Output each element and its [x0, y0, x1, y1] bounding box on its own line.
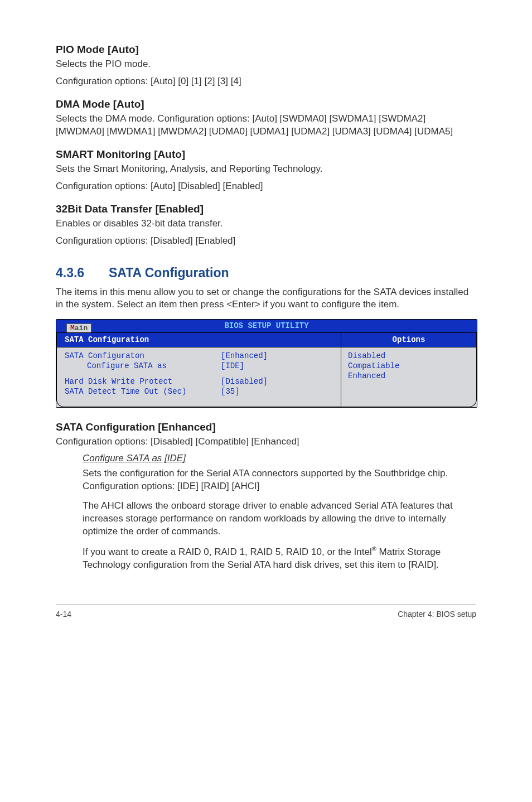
- bios-label: Hard Disk Write Protect: [65, 376, 221, 386]
- bios-value: [35]: [221, 386, 334, 397]
- bios-tab-main: Main: [66, 323, 91, 332]
- bios-right-pane: Options Disabled Compatiable Enhanced: [341, 333, 477, 407]
- heading-smart-monitoring: SMART Monitoring [Auto]: [56, 148, 476, 161]
- text-dma-line1: Selects the DMA mode. Configuration opti…: [56, 113, 476, 138]
- text-pio-line1: Selects the PIO mode.: [56, 58, 476, 71]
- text-sata-conf-options: Configuration options: [Disabled] [Compa…: [56, 436, 476, 448]
- bios-value: [Disabled]: [221, 376, 334, 386]
- bios-label: Configure SATA as: [65, 361, 221, 371]
- text-transfer-line1: Enables or disables 32-bit data transfer…: [56, 218, 476, 230]
- bios-setup-panel: BIOS SETUP UTILITY Main SATA Configurati…: [56, 319, 477, 408]
- registered-mark: ®: [372, 545, 376, 552]
- bios-left-pane: SATA Configuration SATA Configuraton [En…: [56, 333, 341, 407]
- text-transfer-line2: Configuration options: [Disabled] [Enabl…: [56, 235, 476, 248]
- text-configure-sata-p1: Sets the configuration for the Serial AT…: [83, 467, 476, 493]
- bios-row-configure-sata-as: Configure SATA as [IDE]: [65, 361, 334, 371]
- page-footer: 4-14 Chapter 4: BIOS setup: [56, 605, 476, 619]
- heading-436-sata-configuration: 4.3.6SATA Configuration: [56, 265, 476, 281]
- text-configure-sata-p3: If you want to create a RAID 0, RAID 1, …: [83, 545, 476, 572]
- heading-pio-mode: PIO Mode [Auto]: [56, 44, 476, 56]
- text-configure-sata-p2: The AHCI allows the onboard storage driv…: [83, 500, 476, 538]
- bios-row-sata-detect-timeout: SATA Detect Time Out (Sec) [35]: [65, 386, 334, 397]
- text-436-intro: The items in this menu allow you to set …: [56, 286, 476, 312]
- bios-option-disabled: Disabled: [348, 351, 471, 361]
- text-smart-line1: Sets the Smart Monitoring, Analysis, and…: [56, 163, 476, 176]
- bios-title-bar: BIOS SETUP UTILITY Main: [56, 320, 477, 333]
- text-smart-line2: Configuration options: [Auto] [Disabled]…: [56, 180, 476, 193]
- bios-left-header: SATA Configuration: [57, 333, 341, 347]
- heading-sata-configuration-enhanced: SATA Configuration [Enhanced]: [56, 421, 476, 433]
- bios-option-compatiable: Compatiable: [348, 361, 471, 371]
- section-number: 4.3.6: [56, 265, 109, 281]
- text-p3-part-a: If you want to create a RAID 0, RAID 1, …: [83, 547, 372, 557]
- heading-32bit-transfer: 32Bit Data Transfer [Enabled]: [56, 203, 476, 215]
- bios-row-hd-write-protect: Hard Disk Write Protect [Disabled]: [65, 376, 334, 386]
- subheading-configure-sata-as-ide: Configure SATA as [IDE]: [83, 453, 476, 464]
- footer-chapter-title: Chapter 4: BIOS setup: [398, 610, 476, 619]
- footer-page-number: 4-14: [56, 610, 71, 619]
- heading-dma-mode: DMA Mode [Auto]: [56, 98, 476, 110]
- section-title: SATA Configuration: [109, 265, 229, 280]
- bios-label: SATA Detect Time Out (Sec): [65, 386, 221, 397]
- bios-value: [Enhanced]: [221, 351, 334, 361]
- text-pio-line2: Configuration options: [Auto] [0] [1] [2…: [56, 75, 476, 88]
- bios-option-enhanced: Enhanced: [348, 371, 471, 381]
- bios-right-header: Options: [341, 333, 476, 347]
- bios-value: [IDE]: [221, 361, 334, 371]
- bios-row-sata-configuration: SATA Configuraton [Enhanced]: [65, 351, 334, 361]
- bios-tab-hotkey: M: [70, 324, 75, 332]
- bios-title-text: BIOS SETUP UTILITY: [224, 321, 308, 330]
- bios-tab-rest: ain: [75, 324, 88, 332]
- bios-label: SATA Configuraton: [65, 351, 221, 361]
